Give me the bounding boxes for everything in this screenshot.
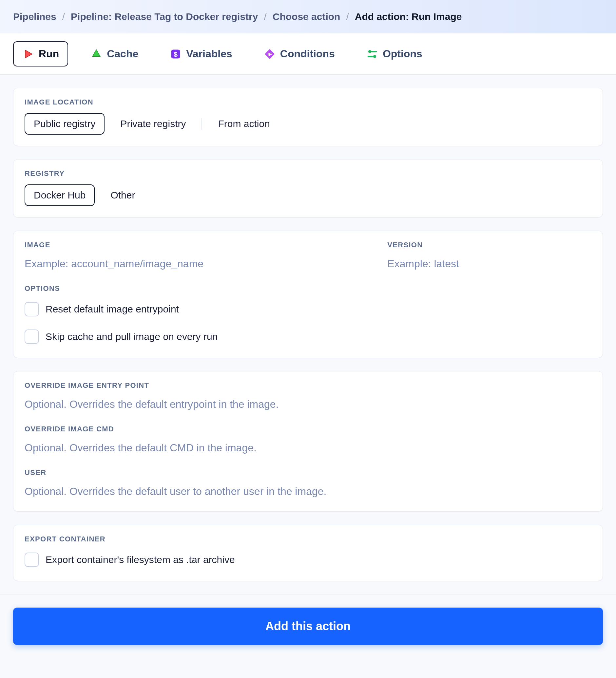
footer: Add this action <box>0 594 616 658</box>
image-input[interactable] <box>25 256 368 272</box>
segment-divider <box>202 118 202 130</box>
label-registry: Registry <box>25 170 591 178</box>
seg-from-action[interactable]: From action <box>209 113 279 135</box>
label-image-location: Image Location <box>25 98 591 107</box>
breadcrumb-current: Add action: Run Image <box>355 11 462 22</box>
tab-cache[interactable]: Cache <box>81 41 147 67</box>
override-cmd-input[interactable] <box>25 440 591 457</box>
tab-cache-label: Cache <box>107 48 138 60</box>
tab-variables[interactable]: $ Variables <box>160 41 242 67</box>
tabstrip: Run Cache $ Variables IF Conditions <box>0 33 616 75</box>
label-user: User <box>25 468 591 477</box>
label-override-cmd: Override Image CMD <box>25 425 591 433</box>
seg-docker-hub[interactable]: Docker Hub <box>25 184 95 206</box>
seg-private-registry[interactable]: Private registry <box>111 113 195 135</box>
breadcrumb-separator: / <box>346 11 349 22</box>
checkbox-export-container[interactable] <box>25 553 39 567</box>
tab-options[interactable]: Options <box>357 41 432 67</box>
play-icon <box>22 48 34 60</box>
svg-text:$: $ <box>174 50 178 58</box>
label-export-container: Export Container <box>25 535 591 543</box>
override-entrypoint-input[interactable] <box>25 396 591 413</box>
checkbox-reset-entrypoint-label: Reset default image entrypoint <box>45 304 179 315</box>
tab-run[interactable]: Run <box>13 41 68 67</box>
variables-icon: $ <box>170 48 182 60</box>
label-options: Options <box>25 284 591 293</box>
breadcrumb-pipeline-detail[interactable]: Pipeline: Release Tag to Docker registry <box>71 11 258 22</box>
add-action-button[interactable]: Add this action <box>13 608 603 645</box>
cache-icon <box>90 48 102 60</box>
version-input[interactable] <box>387 256 591 272</box>
breadcrumb-choose-action[interactable]: Choose action <box>273 11 340 22</box>
checkbox-skip-cache[interactable] <box>25 330 39 344</box>
conditions-icon: IF <box>264 48 276 60</box>
card-export-container: Export Container Export container's file… <box>13 525 603 581</box>
card-image-version-options: Image Version Options Reset default imag… <box>13 231 603 358</box>
breadcrumb: Pipelines / Pipeline: Release Tag to Doc… <box>0 0 616 33</box>
breadcrumb-pipelines[interactable]: Pipelines <box>13 11 57 22</box>
checkbox-skip-cache-label: Skip cache and pull image on every run <box>45 331 218 342</box>
seg-other[interactable]: Other <box>101 184 144 206</box>
breadcrumb-separator: / <box>62 11 65 22</box>
breadcrumb-separator: / <box>264 11 266 22</box>
tab-options-label: Options <box>383 48 422 60</box>
checkbox-reset-entrypoint[interactable] <box>25 302 39 316</box>
options-icon <box>366 48 378 60</box>
tab-run-label: Run <box>39 48 59 60</box>
card-overrides: Override Image Entry Point Override Imag… <box>13 371 603 512</box>
tab-conditions-label: Conditions <box>280 48 335 60</box>
card-registry: Registry Docker Hub Other <box>13 159 603 218</box>
tab-conditions[interactable]: IF Conditions <box>255 41 344 67</box>
label-image: Image <box>25 241 368 249</box>
form-content: Image Location Public registry Private r… <box>0 75 616 594</box>
label-version: Version <box>387 241 591 249</box>
checkbox-export-container-label: Export container's filesystem as .tar ar… <box>45 554 235 565</box>
svg-text:IF: IF <box>267 51 271 57</box>
user-input[interactable] <box>25 483 591 500</box>
card-image-location: Image Location Public registry Private r… <box>13 88 603 146</box>
seg-public-registry[interactable]: Public registry <box>25 113 105 135</box>
tab-variables-label: Variables <box>186 48 232 60</box>
label-override-entrypoint: Override Image Entry Point <box>25 381 591 390</box>
